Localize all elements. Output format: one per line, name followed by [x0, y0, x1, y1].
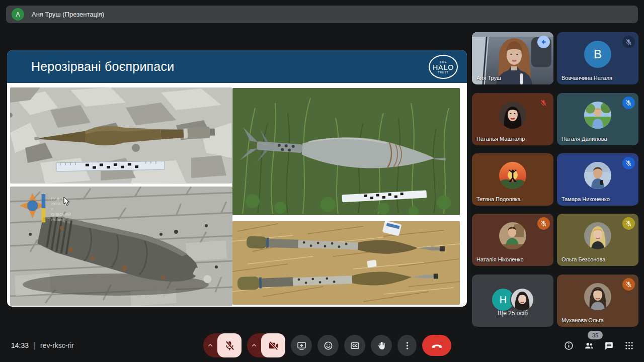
mouse-cursor: [63, 197, 70, 207]
participant-tile-podoliaka[interactable]: Тетяна Подоляка: [472, 153, 553, 206]
mic-options-button[interactable]: [203, 341, 217, 349]
participant-name: Наталія Ніколенко: [476, 256, 524, 262]
participant-tile-nikolenko[interactable]: Наталія Ніколенко: [472, 214, 553, 266]
photo-large-rocket-on-pavement: ГУ ДСНС України у Київській області: [10, 187, 232, 306]
slide-title: Нерозірвані боєприпаси: [31, 59, 174, 74]
presentation-slide[interactable]: Нерозірвані боєприпаси THE HALO TRUST: [7, 50, 467, 307]
avatar-photo: [510, 288, 534, 312]
participant-tile-bezsonova[interactable]: Ольга Безсонова: [557, 214, 638, 266]
raised-hand-icon: [376, 340, 387, 351]
avatar-photo: [499, 102, 526, 129]
clock-time: 14:33: [11, 341, 29, 349]
chat-panel-button[interactable]: [603, 340, 614, 351]
meeting-code: rev-rksc-rir: [40, 341, 74, 349]
participants-count-badge: 35: [588, 331, 603, 339]
more-options-button[interactable]: [397, 335, 417, 356]
avatar-photo: [499, 222, 526, 249]
present-screen-icon: [296, 340, 307, 351]
mic-muted-icon: [537, 217, 550, 230]
divider: [34, 342, 35, 349]
camera-toggle-button[interactable]: [261, 333, 285, 357]
participant-tile-nykonenko[interactable]: Тамара Никоненко: [557, 153, 638, 206]
participant-tile-mashtalir[interactable]: Наталья Машталір: [472, 93, 553, 145]
avatar: А: [12, 8, 24, 21]
end-call-button[interactable]: [422, 335, 451, 356]
halo-trust-logo: THE HALO TRUST: [429, 55, 458, 79]
participant-name: Ольга Безсонова: [561, 256, 605, 262]
camera-off-icon: [268, 340, 279, 351]
chat-icon: [604, 340, 614, 351]
participant-name: Тамара Никоненко: [561, 196, 610, 202]
mic-muted-icon: [537, 97, 550, 109]
captions-button[interactable]: [344, 335, 365, 356]
photo-two-rpg-rounds-on-straw: [232, 221, 460, 305]
call-controls: [203, 333, 451, 357]
more-people-label: Ще 25 осіб: [498, 310, 528, 317]
closed-captions-icon: [350, 340, 360, 351]
presenting-banner[interactable]: А Аня Труш (Презентація): [6, 6, 638, 23]
grid-dots-icon: [624, 340, 634, 351]
participant-name: Наталья Машталір: [476, 136, 525, 142]
present-screen-button[interactable]: [291, 335, 312, 356]
overflow-avatars: Н: [491, 288, 534, 312]
apps-grid-button[interactable]: [623, 340, 634, 351]
camera-control-group: [247, 333, 285, 357]
meeting-meta: 14:33 rev-rksc-rir: [11, 338, 74, 352]
participant-tile-mukhanova[interactable]: Муханова Ольга: [557, 275, 638, 327]
people-icon: [584, 340, 594, 351]
participant-name: Вовчанчина Наталя: [561, 75, 612, 81]
participant-name: Тетяна Подоляка: [476, 196, 521, 202]
chevron-up-icon: [206, 341, 214, 349]
chevron-up-icon: [250, 341, 258, 349]
participant-tile-vovchanchyna[interactable]: В Вовчанчина Наталя: [557, 32, 638, 84]
avatar-photo: [584, 162, 611, 189]
raise-hand-button[interactable]: [371, 335, 392, 356]
avatar-photo: [584, 102, 611, 129]
mic-muted-icon: [622, 157, 635, 169]
mic-toggle-button[interactable]: [217, 333, 242, 357]
end-call-phone-icon: [431, 339, 443, 352]
mic-muted-icon: [622, 97, 635, 109]
mic-muted-icon: [622, 36, 635, 48]
photo-mortar-bomb-in-grass: [232, 88, 460, 215]
participant-tile-anya-trush[interactable]: Аня Труш: [472, 32, 553, 84]
participant-name: Аня Труш: [476, 75, 501, 81]
photo-rpg-round-in-rubble: [10, 87, 232, 184]
three-dots-icon: [402, 340, 413, 351]
presenter-name: Аня Труш (Презентація): [32, 11, 104, 18]
avatar-photo: [584, 222, 611, 249]
info-icon: [564, 340, 574, 351]
participant-name: Наталя Данилова: [561, 136, 607, 142]
participant-tile-danylova[interactable]: Наталя Данилова: [557, 93, 638, 145]
audio-playing-indicator: [537, 36, 550, 48]
camera-options-button[interactable]: [247, 341, 261, 349]
dsns-emblem-icon: [17, 192, 48, 228]
emoji-smile-icon: [323, 340, 334, 351]
avatar-photo: [584, 283, 611, 310]
mic-muted-icon: [622, 217, 635, 230]
participant-tile-overflow[interactable]: Н Ще 25 осіб: [472, 275, 553, 327]
avatar-photo: [499, 162, 526, 189]
mic-off-icon: [224, 340, 235, 351]
mic-muted-icon: [622, 278, 635, 291]
meeting-panel-icons: [563, 340, 634, 351]
avatar: В: [584, 41, 611, 68]
meeting-details-button[interactable]: [563, 340, 574, 351]
slide-title-bar: Нерозірвані боєприпаси THE HALO TRUST: [7, 50, 467, 83]
participants-panel-button[interactable]: [583, 340, 594, 351]
mic-control-group: [203, 333, 242, 357]
reactions-button[interactable]: [317, 335, 339, 356]
participant-name: Муханова Ольга: [561, 317, 604, 323]
